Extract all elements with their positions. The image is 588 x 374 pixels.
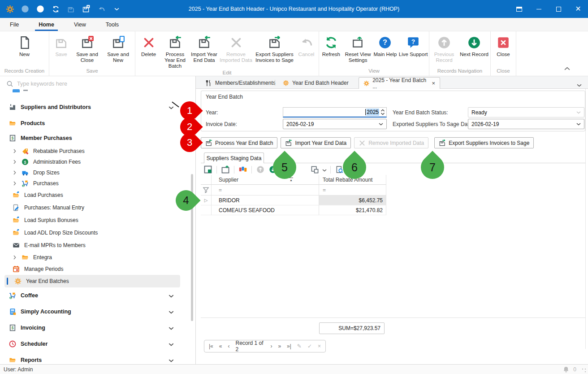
ribbon-display-options-icon[interactable]	[509, 0, 529, 18]
tab-members-establishments[interactable]: Members/Establishments	[201, 77, 280, 89]
qat-dropdown-icon[interactable]	[112, 4, 121, 13]
close-button[interactable]: Close	[493, 35, 514, 57]
tab-year-end-batch-header[interactable]: Year End Batch Header	[278, 77, 353, 89]
table-row[interactable]: COMEAU'S SEAFOOD $21,470.82	[201, 205, 386, 215]
export-window-icon[interactable]	[220, 165, 230, 174]
sidebar-item-purchases-manual-entry[interactable]: Purchases: Manual Entry	[0, 201, 195, 214]
close-window-icon[interactable]: ✕	[568, 0, 588, 18]
process-year-end-batch-button[interactable]: Process Year End Batch	[160, 35, 190, 69]
sidebar-item-products[interactable]: Products	[0, 115, 195, 131]
import-year-end-data-button[interactable]: Import Year End Data	[190, 35, 219, 63]
status-combo[interactable]: Ready	[468, 107, 584, 117]
staging-grid: Supplier ▲ Total Rebate Amount = = ▷ BRI…	[201, 175, 386, 215]
expander-icon[interactable]	[13, 255, 20, 260]
import-year-end-data-action[interactable]: Import Year End Data	[281, 137, 351, 148]
invoice-date-combo[interactable]: 2026-02-19	[283, 119, 387, 129]
sidebar-item-rebatable-purchases[interactable]: Rebatable Purchases	[0, 145, 195, 157]
main-help-button[interactable]: Main Help	[373, 35, 398, 57]
sidebar-item-load-surplus-bonuses[interactable]: Load Surplus Bonuses	[0, 214, 195, 226]
amount-cell[interactable]: $21,470.82	[319, 205, 386, 215]
previous-record-icon[interactable]	[21, 4, 30, 13]
dock-panel-icon[interactable]	[203, 165, 213, 174]
suppliers-staging-data-tab[interactable]: Suppliers Staging Data	[204, 152, 264, 163]
filter-cell-supplier[interactable]: =	[212, 185, 319, 196]
sidebar-item-purchases[interactable]: Purchases	[0, 178, 195, 189]
column-chooser-icon[interactable]	[238, 165, 248, 174]
delete-button[interactable]: Delete	[137, 35, 160, 57]
table-row[interactable]: ▷ BRIDOR $6,452.75	[201, 196, 386, 205]
refresh-button[interactable]: Refresh	[319, 35, 343, 57]
supplier-cell[interactable]: COMEAU'S SEAFOOD	[212, 205, 319, 215]
sidebar-item-suppliers-and-distributors[interactable]: Suppliers and Distributors	[0, 99, 195, 115]
tab-2025-year-end-batch[interactable]: 2025 - Year End Batch ... ×	[359, 77, 440, 89]
supplier-cell[interactable]: BRIDOR	[212, 196, 319, 205]
rewind-icon[interactable]: «	[219, 343, 222, 349]
next-icon[interactable]: ›	[270, 343, 272, 349]
filter-cell-amount[interactable]: =	[319, 185, 386, 196]
menu-home[interactable]: Home	[29, 18, 64, 31]
menu-tools[interactable]: Tools	[96, 18, 129, 31]
sidebar-item-member-purchases[interactable]: Member Purchases	[0, 131, 195, 145]
close-tab-icon[interactable]: ×	[432, 80, 435, 87]
ribbon-collapse-icon[interactable]	[564, 64, 570, 72]
reset-view-settings-button[interactable]: Reset View Settings	[343, 35, 373, 63]
exported-date-combo[interactable]: 2026-02-19	[468, 119, 584, 129]
next-record-button[interactable]: Next Record	[458, 35, 490, 57]
sidebar-item-email-mprs-to-members[interactable]: E-mail MPRs to Members	[0, 239, 195, 252]
menu-view[interactable]: View	[64, 18, 96, 31]
app-gear-icon[interactable]	[5, 4, 14, 13]
sidebar-item-invoicing[interactable]: Invoicing	[0, 320, 195, 336]
save-icon[interactable]	[66, 4, 75, 13]
sidebar-item-administration-fees[interactable]: Administration Fees	[0, 157, 195, 167]
sidebar-item-scheduler[interactable]: Scheduler	[0, 336, 195, 352]
export-suppliers-invoices-action[interactable]: Export Suppliers Invoices to Sage	[434, 137, 534, 148]
refresh-icon[interactable]	[51, 4, 60, 13]
search-input[interactable]	[17, 81, 191, 87]
chevron-down-icon	[169, 356, 174, 364]
resize-grip[interactable]	[582, 368, 586, 373]
year-input[interactable]: 2025	[283, 107, 387, 117]
previous-icon[interactable]: ‹	[228, 343, 229, 349]
layout-save-icon[interactable]	[310, 165, 320, 174]
sidebar-item-entegra[interactable]: Entegra	[0, 252, 195, 263]
layout-dropdown-icon[interactable]	[322, 165, 327, 174]
expander-icon[interactable]	[13, 181, 20, 186]
sidebar-search[interactable]	[6, 78, 191, 89]
menu-file[interactable]: File	[0, 18, 29, 31]
save-and-close-icon[interactable]	[82, 4, 91, 13]
save-and-new-button[interactable]: Save and New	[102, 35, 135, 63]
expander-icon[interactable]	[13, 149, 20, 153]
new-button[interactable]: New	[9, 35, 40, 57]
sidebar-item-manage-periods[interactable]: Manage Periods	[0, 263, 195, 275]
bell-icon[interactable]	[562, 366, 570, 373]
export-suppliers-invoices-button[interactable]: Export Suppliers Invoices to Sage	[254, 35, 296, 63]
spinner-icon[interactable]	[379, 108, 386, 116]
process-year-end-batch-action[interactable]: Process Year End Batch	[201, 137, 277, 148]
sidebar-item-load-purchases[interactable]: Load Purchases	[0, 189, 195, 201]
expander-icon[interactable]	[13, 160, 20, 164]
sidebar: Suppliers and Distributors Products Memb…	[0, 76, 196, 364]
chevron-down-icon	[169, 308, 174, 316]
undo-icon[interactable]	[97, 4, 106, 13]
maximize-icon[interactable]	[549, 0, 568, 18]
filter-funnel-icon[interactable]	[201, 185, 212, 196]
live-support-button[interactable]: Live Support	[398, 35, 429, 57]
last-record-icon[interactable]: »|	[287, 343, 291, 349]
forward-icon[interactable]: »	[278, 343, 281, 349]
sidebar-item-simply-accounting[interactable]: Simply Accounting	[0, 304, 195, 320]
sidebar-item-load-adl-drop-size-discounts[interactable]: Load ADL Drop Size Discounts	[0, 226, 195, 239]
save-and-close-button[interactable]: Save and Close	[73, 35, 102, 63]
tab-list-chevron-icon[interactable]	[577, 81, 582, 89]
next-record-icon[interactable]	[36, 4, 45, 13]
sidebar-item-drop-sizes[interactable]: Drop Sizes	[0, 167, 195, 178]
amount-cell-selected[interactable]: $6,452.75	[319, 196, 386, 205]
sidebar-item-partial[interactable]	[13, 89, 195, 96]
first-record-icon[interactable]: |«	[209, 343, 213, 349]
edit-record-icon[interactable]: ✎	[297, 343, 302, 349]
expander-icon[interactable]	[13, 170, 20, 175]
sidebar-item-coffee[interactable]: Coffee	[0, 287, 195, 304]
column-header-supplier[interactable]: Supplier ▲	[212, 175, 319, 185]
sidebar-item-year-end-batches[interactable]: Year End Batches	[0, 275, 195, 287]
minimize-icon[interactable]	[529, 0, 549, 18]
sidebar-item-reports[interactable]: Reports	[0, 352, 195, 364]
